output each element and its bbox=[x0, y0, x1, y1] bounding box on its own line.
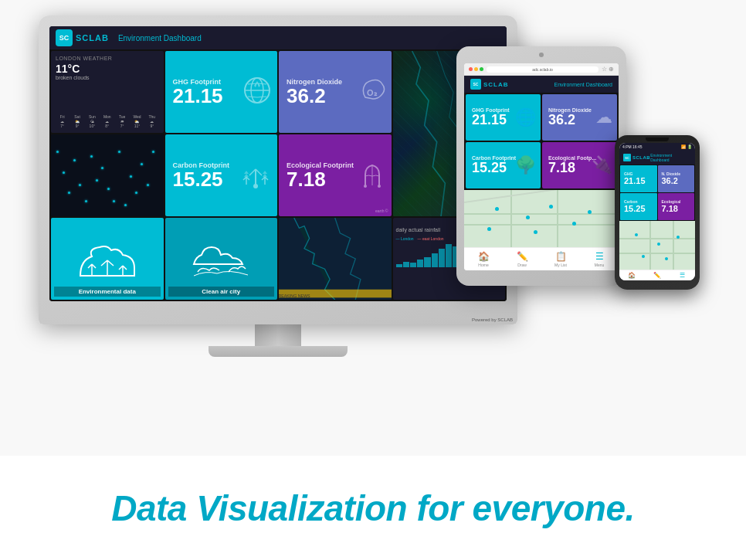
svg-point-6 bbox=[378, 185, 381, 188]
tablet-nav-icons bbox=[469, 67, 483, 71]
dashboard-title: Environment Dashboard bbox=[118, 34, 202, 42]
carbon-cell: Carbon Footprint 15.25 bbox=[165, 134, 278, 216]
phone-bottomnav[interactable]: 🏠 ✏️ ☰ bbox=[619, 270, 695, 280]
weather-cell: LONDON WEATHER 11°C broken clouds Fri☁7°… bbox=[51, 51, 164, 133]
carbon-value: 15.25 bbox=[173, 169, 223, 189]
tablet: adc.sclab.io ☆ ⊕ SC SCLAB Environment Da… bbox=[456, 46, 626, 286]
phone-logo: SC SCLAB bbox=[623, 154, 650, 161]
svg-text:BREAKING NEWS: BREAKING NEWS bbox=[279, 294, 310, 298]
tablet-camera bbox=[539, 53, 544, 57]
monitor-base bbox=[209, 346, 348, 357]
svg-rect-7 bbox=[279, 218, 392, 300]
phone-title: Environment Dashboard bbox=[650, 153, 691, 162]
tablet-brand: SCLAB bbox=[483, 81, 509, 88]
phone-eco-cell: Ecological 7.18 bbox=[658, 193, 695, 220]
tablet-title: Environment Dashboard bbox=[554, 82, 613, 87]
eco-value: 7.18 bbox=[287, 169, 326, 189]
phone-ghg-cell: GHG 21.15 bbox=[620, 165, 657, 192]
chart-title: daily actual rainfall bbox=[396, 227, 441, 232]
tablet-eco-cell: Ecological Footp... 7.18 🔌 bbox=[542, 142, 617, 188]
air-cell: Clean air city bbox=[165, 218, 278, 300]
carbon-icon bbox=[239, 157, 273, 194]
draw-icon: ✏️ bbox=[517, 251, 528, 262]
phone-nav-edit[interactable]: ✏️ bbox=[645, 272, 670, 279]
devices-area: SC SCLAB Environment Dashboard LONDON WE… bbox=[0, 0, 746, 456]
weather-week: Fri☁7° Sat⛅9° Sun🌤10° Mon☁8° Tue🌧7° Wed⛅… bbox=[56, 114, 159, 128]
phone-edit-icon: ✏️ bbox=[653, 272, 661, 279]
tablet-bottomnav[interactable]: 🏠 Home ✏️ Draw 📋 My List ☰ bbox=[464, 247, 619, 270]
tablet-urlbar: adc.sclab.io ☆ ⊕ bbox=[464, 63, 619, 76]
dotmap-cell bbox=[51, 134, 164, 216]
monitor-bezel: SC SCLAB Environment Dashboard LONDON WE… bbox=[39, 15, 517, 324]
tablet-bezel: adc.sclab.io ☆ ⊕ SC SCLAB Environment Da… bbox=[456, 46, 626, 286]
phone-statusbar: 4:PM 16:45 📶 🔋 bbox=[619, 143, 695, 151]
n2-value: 36.2 bbox=[287, 86, 326, 106]
logo-icon: SC bbox=[56, 29, 73, 46]
tablet-map bbox=[464, 190, 619, 247]
tablet-carbon-icon: 🌳 bbox=[515, 155, 536, 175]
phone-bezel: 4:PM 16:45 📶 🔋 SC SCLAB Environment Dash… bbox=[615, 135, 700, 290]
tablet-nav-home[interactable]: 🏠 Home bbox=[464, 251, 503, 267]
tablet-ghg-cell: GHG Footprint 21.15 🌐 bbox=[466, 94, 541, 141]
monitor-screen: SC SCLAB Environment Dashboard LONDON WE… bbox=[49, 26, 507, 301]
tablet-carbon-value: 15.25 bbox=[472, 161, 507, 176]
map-tile: BREAKING NEWS bbox=[279, 218, 392, 300]
desktop-monitor: SC SCLAB Environment Dashboard LONDON WE… bbox=[39, 15, 517, 357]
tablet-logo: SC SCLAB bbox=[470, 79, 509, 90]
home-icon: 🏠 bbox=[478, 251, 490, 262]
phone-nav-menu[interactable]: ☰ bbox=[670, 272, 695, 279]
phone-nav-home[interactable]: 🏠 bbox=[619, 272, 645, 279]
tablet-nav-draw[interactable]: ✏️ Draw bbox=[503, 251, 541, 267]
weather-location: LONDON WEATHER bbox=[56, 56, 159, 61]
tablet-n2-value: 36.2 bbox=[548, 113, 575, 128]
env-cell: Environmental data bbox=[51, 218, 164, 300]
tablet-n2-cell: Nitrogen Dioxide 36.2 ☁ bbox=[542, 94, 617, 141]
headline: Data Visualization for everyone. bbox=[111, 487, 635, 529]
phone: 4:PM 16:45 📶 🔋 SC SCLAB Environment Dash… bbox=[615, 135, 700, 290]
phone-menu-icon: ☰ bbox=[680, 272, 685, 279]
air-label: Clean air city bbox=[168, 287, 275, 297]
svg-point-5 bbox=[364, 185, 367, 188]
tablet-nav-menu[interactable]: ☰ Menu bbox=[580, 251, 619, 267]
scene: SC SCLAB Environment Dashboard LONDON WE… bbox=[0, 0, 746, 560]
tablet-ghg-value: 21.15 bbox=[472, 113, 507, 128]
svg-point-4 bbox=[253, 184, 258, 188]
phone-status-icons: 📶 🔋 bbox=[681, 144, 692, 149]
monitor-neck bbox=[255, 324, 301, 346]
ghg-cell: GHG Footprint 21.15 bbox=[165, 51, 278, 133]
dashboard-header: SC SCLAB Environment Dashboard bbox=[49, 26, 507, 49]
weather-desc: broken clouds bbox=[56, 75, 159, 80]
tablet-nav-list[interactable]: 📋 My List bbox=[541, 251, 580, 267]
env-label: Environmental data bbox=[54, 287, 161, 297]
svg-text:O₂: O₂ bbox=[367, 88, 378, 97]
phone-screen: 4:PM 16:45 📶 🔋 SC SCLAB Environment Dash… bbox=[619, 143, 695, 280]
tablet-n2-icon: ☁ bbox=[595, 107, 612, 127]
tablet-dash-header: SC SCLAB Environment Dashboard bbox=[464, 76, 619, 93]
dashboard-grid: LONDON WEATHER 11°C broken clouds Fri☁7°… bbox=[49, 49, 507, 301]
tablet-carbon-cell: Carbon Footprint 15.25 🌳 bbox=[466, 142, 541, 188]
tablet-grid: GHG Footprint 21.15 🌐 Nitrogen Dioxide 3… bbox=[464, 93, 619, 190]
logo: SC SCLAB bbox=[56, 29, 109, 46]
phone-n2-cell: N. Dioxide 36.2 bbox=[658, 165, 695, 192]
list-icon: 📋 bbox=[555, 251, 567, 262]
tablet-screen: adc.sclab.io ☆ ⊕ SC SCLAB Environment Da… bbox=[464, 63, 619, 270]
eco-icon bbox=[358, 159, 387, 192]
browser-actions: ☆ ⊕ bbox=[602, 66, 614, 73]
ghg-icon bbox=[242, 75, 273, 109]
weather-temp: 11°C bbox=[56, 63, 159, 75]
tablet-eco-value: 7.18 bbox=[548, 161, 575, 176]
eco-cell: Ecological Footprint 7.18 bbox=[279, 134, 392, 216]
phone-grid: GHG 21.15 N. Dioxide 36.2 Carbon 15.25 bbox=[619, 165, 695, 221]
phone-map bbox=[619, 221, 695, 270]
phone-carbon-cell: Carbon 15.25 bbox=[620, 193, 657, 220]
menu-icon: ☰ bbox=[595, 251, 604, 262]
env-art bbox=[76, 241, 138, 283]
phone-app-header: SC SCLAB Environment Dashboard bbox=[619, 151, 695, 165]
phone-brand: SCLAB bbox=[632, 155, 650, 160]
ghg-value: 21.15 bbox=[173, 86, 223, 106]
tablet-ghg-icon: 🌐 bbox=[515, 107, 536, 127]
phone-time: 4:PM 16:45 bbox=[622, 144, 643, 149]
n2-cell: Nitrogen Dioxide 36.2 O₂ bbox=[279, 51, 392, 133]
n2-icon: O₂ bbox=[358, 76, 387, 108]
url-bar[interactable]: adc.sclab.io bbox=[487, 66, 598, 73]
